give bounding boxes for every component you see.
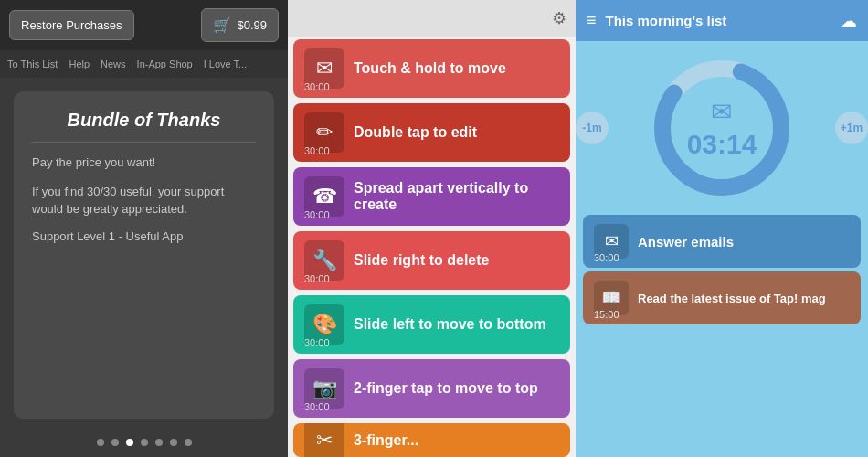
tip-item-1[interactable]: ✏ Double tap to edit 30:00 xyxy=(293,103,570,162)
restore-purchases-button[interactable]: Restore Purchases xyxy=(9,10,134,40)
tip-item-5[interactable]: 📷 2-finger tap to move to top 30:00 xyxy=(293,359,570,418)
tip-icon-partial: ✂ xyxy=(304,423,344,457)
timer-display: ✉ 03:14 xyxy=(687,97,757,160)
dot-4[interactable] xyxy=(155,439,163,446)
timer-mail-icon: ✉ xyxy=(687,97,757,127)
support-level: Support Level 1 - Useful App xyxy=(32,229,256,243)
task-time-0: 30:00 xyxy=(594,252,619,263)
tip-content-5: 2-finger tap to move to top xyxy=(354,380,559,397)
tip-item-4[interactable]: 🎨 Slide left to move to bottom 30:00 xyxy=(293,295,570,354)
bundle-subtitle: Pay the price you want! xyxy=(32,154,256,172)
right-panel: ≡ This morning's list ☁ -1m ✉ 03:14 +1m … xyxy=(576,0,868,457)
tip-label-3: Slide right to delete xyxy=(354,252,559,269)
right-header-title: This morning's list xyxy=(606,13,831,28)
tips-list: ✉ Touch & hold to move 30:00 ✏ Double ta… xyxy=(288,37,576,457)
tip-time-4: 30:00 xyxy=(304,337,330,348)
list-icon: ≡ xyxy=(587,11,597,30)
nav-item-2[interactable]: News xyxy=(101,58,126,69)
cart-icon: 🛒 xyxy=(213,16,231,34)
tip-content-2: Spread apart vertically to create xyxy=(354,180,559,213)
tip-time-0: 30:00 xyxy=(304,81,330,92)
task-time-1: 15:00 xyxy=(594,309,619,320)
dot-1[interactable] xyxy=(111,439,119,446)
minus-button[interactable]: -1m xyxy=(576,112,609,144)
tip-content-0: Touch & hold to move xyxy=(354,60,559,77)
tip-content-1: Double tap to edit xyxy=(354,124,559,141)
middle-panel: ⚙ ✉ Touch & hold to move 30:00 ✏ Double … xyxy=(288,0,576,457)
task-item-1[interactable]: 📖 Read the latest issue of Tap! mag 15:0… xyxy=(583,271,861,324)
tip-time-2: 30:00 xyxy=(304,209,330,220)
nav-item-3[interactable]: In-App Shop xyxy=(137,58,193,69)
left-panel: Restore Purchases 🛒 $0.99 To This List H… xyxy=(0,0,288,457)
price-button[interactable]: 🛒 $0.99 xyxy=(201,8,279,42)
tip-item-2[interactable]: ☎ Spread apart vertically to create 30:0… xyxy=(293,167,570,226)
bundle-title: Bundle of Thanks xyxy=(32,110,256,143)
nav-item-1[interactable]: Help xyxy=(69,58,90,69)
tip-label-partial: 3-finger... xyxy=(354,432,559,449)
tip-time-5: 30:00 xyxy=(304,401,330,412)
dot-0[interactable] xyxy=(97,439,104,446)
gear-icon[interactable]: ⚙ xyxy=(552,8,566,28)
dots-row xyxy=(0,428,288,457)
tip-content-partial: 3-finger... xyxy=(354,432,559,449)
nav-item-0[interactable]: To This List xyxy=(7,58,58,69)
dot-6[interactable] xyxy=(185,439,192,446)
middle-header: ⚙ xyxy=(288,0,576,37)
task-label-1: Read the latest issue of Tap! mag xyxy=(638,292,826,305)
tip-content-3: Slide right to delete xyxy=(354,252,559,269)
cloud-icon[interactable]: ☁ xyxy=(841,11,857,31)
bundle-body: If you find 30/30 useful, your support w… xyxy=(32,183,256,218)
dot-5[interactable] xyxy=(170,439,177,446)
dot-3[interactable] xyxy=(141,439,148,446)
tip-item-partial[interactable]: ✂ 3-finger... xyxy=(293,423,570,457)
right-tasks: ✉ Answer emails 30:00 📖 Read the latest … xyxy=(576,215,868,457)
tip-item-0[interactable]: ✉ Touch & hold to move 30:00 xyxy=(293,39,570,98)
tip-label-2: Spread apart vertically to create xyxy=(354,180,559,213)
nav-item-4[interactable]: I Love T... xyxy=(204,58,248,69)
task-label-0: Answer emails xyxy=(638,234,734,250)
tip-label-0: Touch & hold to move xyxy=(354,60,559,77)
bundle-card: Bundle of Thanks Pay the price you want!… xyxy=(14,91,274,419)
task-item-0[interactable]: ✉ Answer emails 30:00 xyxy=(583,215,861,268)
timer-digits: 03:14 xyxy=(687,129,757,160)
tip-item-3[interactable]: 🔧 Slide right to delete 30:00 xyxy=(293,231,570,290)
donut-container: ✉ 03:14 xyxy=(649,55,795,201)
tip-label-4: Slide left to move to bottom xyxy=(354,316,559,333)
tip-content-4: Slide left to move to bottom xyxy=(354,316,559,333)
left-header: Restore Purchases 🛒 $0.99 xyxy=(0,0,288,50)
right-header: ≡ This morning's list ☁ xyxy=(576,0,868,41)
tip-time-3: 30:00 xyxy=(304,273,330,284)
tip-label-5: 2-finger tap to move to top xyxy=(354,380,559,397)
plus-button[interactable]: +1m xyxy=(835,112,868,144)
tip-label-1: Double tap to edit xyxy=(354,124,559,141)
left-nav: To This List Help News In-App Shop I Lov… xyxy=(0,50,288,78)
tip-time-1: 30:00 xyxy=(304,145,330,156)
price-label: $0.99 xyxy=(237,18,267,32)
timer-area: -1m ✉ 03:14 +1m xyxy=(576,41,868,215)
dot-2[interactable] xyxy=(126,439,133,446)
